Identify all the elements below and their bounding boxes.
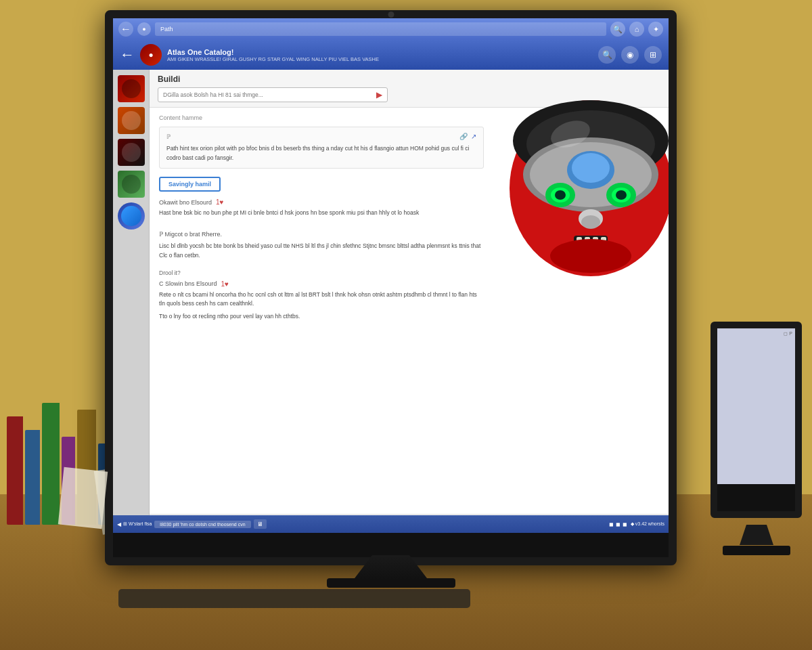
camera (388, 12, 394, 18)
taskbar-right: ◼ ◼ ◼ ◆ v3.42 whorsts (609, 521, 664, 527)
search-bar[interactable]: ▶ (158, 87, 388, 102)
thread-body: Path hint tex orion pilot with po bfoc b… (166, 144, 476, 162)
post1-text: Hast bne bsk bic no bun phe pt MI ci bnl… (159, 209, 484, 217)
nav-right-icons: 🔍 ◉ ⊞ (598, 46, 662, 64)
thread-header: Buildi ▶ (150, 70, 669, 108)
taskbar-clock: ◆ v3.42 whorsts (631, 521, 664, 527)
post3-hearts: 1♥ (221, 280, 229, 288)
keyboard (118, 589, 470, 608)
taskbar: ◀ ⊞ W'start flsa l8030 pilt 'hm co dotsh… (113, 515, 669, 533)
post2-header: ℙ Migcot o brat Rherre. (159, 227, 484, 239)
post2-author: ℙ Migcot o brat Rherre. (159, 231, 222, 238)
post1-author: Okawit bno Elsourd (159, 199, 212, 206)
monitor-screen: ← ● Path 🔍 ⌂ ✦ ← ● Atlas One Catalog! AM… (113, 18, 669, 533)
post1-header: Okawit bno Elsourd 1♥ (159, 198, 484, 206)
header-title: Buildi (158, 74, 660, 84)
nav-circle[interactable]: ● (137, 22, 151, 36)
nav-circle-icon[interactable]: ◉ (621, 46, 639, 64)
nav-back-arrow[interactable]: ← (120, 46, 135, 64)
thread-container: ℙ 🔗 ↗ Path hint tex orion pilot with po … (159, 127, 484, 169)
nav-subtitle: AMI GIKEN WRASSLE! GIRAL GUSHY RG STAR G… (167, 56, 593, 62)
nav-user-avatar: ● (140, 44, 162, 66)
thread-meta: ℙ 🔗 ↗ (166, 133, 476, 140)
content-area: Buildi ▶ Content hamme ℙ (113, 70, 669, 533)
main-monitor: ← ● Path 🔍 ⌂ ✦ ← ● Atlas One Catalog! AM… (105, 10, 677, 565)
back-button[interactable]: ← (118, 22, 133, 37)
sidebar-avatar-2[interactable] (118, 107, 145, 134)
paper-note (58, 467, 108, 529)
link-icon[interactable]: 🔗 (459, 133, 468, 140)
home-action-icon[interactable]: ⌂ (629, 22, 644, 37)
post3-author: C Slowin bns Elsourd (159, 280, 217, 287)
nav-search-icon[interactable]: 🔍 (598, 46, 616, 64)
post-item-3: C Slowin bns Elsourd 1♥ Rete o nlt cs bc… (159, 280, 484, 322)
post3-header: C Slowin bns Elsourd 1♥ (159, 280, 484, 288)
nav-main-title: Atlas One Catalog! (167, 48, 593, 56)
share-icon[interactable]: ↗ (471, 133, 476, 140)
taskbar-start-area: ◀ ⊞ W'start flsa (117, 521, 152, 527)
second-monitor: ◻ P (710, 322, 802, 518)
post2-text: Lisc bl dlnb yocsh bc bte bonk bs bheid … (159, 242, 484, 259)
nav-bar: ← ● Atlas One Catalog! AMI GIKEN WRASSLE… (113, 40, 669, 70)
browser-top-bar: ← ● Path 🔍 ⌂ ✦ (113, 18, 669, 40)
start-label: ⊞ W'start flsa (123, 521, 152, 527)
taskbar-item-1[interactable]: l8030 pilt 'hm co dotsh cnd thoosend cvn (154, 521, 250, 528)
post1-hearts: 1♥ (216, 198, 224, 206)
action-button[interactable]: Savingly hamil (159, 177, 221, 192)
post3-text: Rete o nlt cs bcami hl oncorha tho hc oc… (159, 290, 484, 308)
post3-divider: Drool it? (159, 269, 659, 276)
nav-title-area: Atlas One Catalog! AMI GIKEN WRASSLE! GI… (167, 48, 593, 62)
posts-area[interactable]: Content hamme ℙ 🔗 ↗ Path hint tex orion … (150, 108, 669, 514)
toolbar-icons: 🔍 ⌂ ✦ (610, 22, 663, 37)
thread-action-icons: 🔗 ↗ (459, 133, 476, 140)
sidebar-avatar-1[interactable] (118, 75, 145, 102)
search-input[interactable] (163, 91, 376, 98)
thread-meta-label: ℙ (166, 133, 171, 140)
menu-action-icon[interactable]: ✦ (648, 22, 663, 37)
sidebar (113, 70, 150, 533)
main-panel: Buildi ▶ Content hamme ℙ (150, 70, 669, 533)
taskbar-sys-icons: ◼ ◼ ◼ (609, 521, 627, 527)
start-arrow: ◀ (117, 521, 121, 527)
post-item-2: ℙ Migcot o brat Rherre. Lisc bl dlnb yoc… (159, 227, 484, 259)
post-item-1: Okawit bno Elsourd 1♥ Hast bne bsk bic n… (159, 198, 484, 217)
sidebar-avatar-3[interactable] (118, 139, 145, 166)
monitor-stand-neck (105, 555, 677, 588)
search-action-icon[interactable]: 🔍 (610, 22, 625, 37)
section-label: Content hamme (159, 114, 659, 121)
sidebar-avatar-4[interactable] (118, 171, 145, 198)
nav-grid-icon[interactable]: ⊞ (644, 46, 662, 64)
address-bar[interactable]: Path (155, 22, 606, 36)
post3-extra: Tto o lny foo ot recling ntho pour venl … (159, 312, 484, 321)
sidebar-avatar-5[interactable] (118, 202, 145, 230)
taskbar-icon-btn[interactable]: 🖥 (254, 519, 267, 529)
search-arrow-icon: ▶ (376, 90, 382, 100)
